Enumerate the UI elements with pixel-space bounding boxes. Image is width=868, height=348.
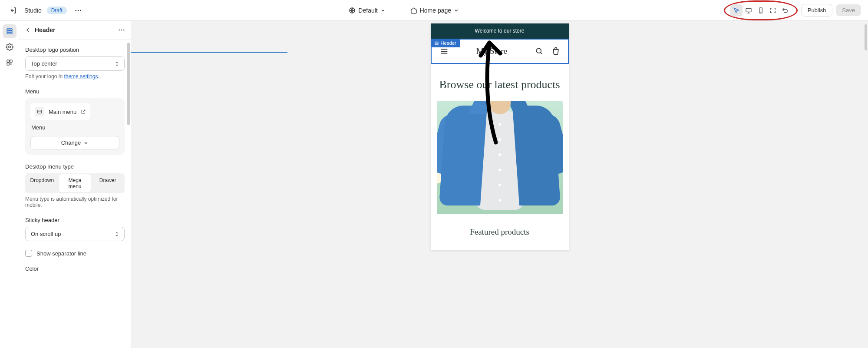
sidebar-header: Header bbox=[19, 21, 131, 40]
section-label: Color bbox=[25, 265, 125, 272]
canvas-area: Welcome to our store Header My Store bbox=[131, 21, 868, 348]
svg-point-1 bbox=[77, 10, 79, 11]
mobile-preview-frame: Welcome to our store Header My Store bbox=[431, 23, 569, 250]
annotation-circle bbox=[724, 0, 798, 20]
select-value: On scroll up bbox=[31, 231, 61, 237]
sidebar-title: Header bbox=[35, 27, 55, 33]
fullscreen-view-button[interactable] bbox=[767, 4, 779, 17]
svg-rect-18 bbox=[435, 43, 438, 44]
theme-name: Studio bbox=[24, 7, 42, 14]
svg-rect-11 bbox=[10, 60, 12, 62]
field-label: Menu bbox=[25, 88, 125, 95]
mobile-view-button[interactable] bbox=[755, 4, 767, 17]
menu-type-field: Desktop menu type Dropdown Mega menu Dra… bbox=[25, 163, 125, 208]
help-text: Edit your logo in theme settings. bbox=[25, 73, 125, 80]
settings-sidebar: Header Desktop logo position Top center … bbox=[19, 21, 131, 348]
caret-icon bbox=[115, 61, 119, 67]
field-label: Sticky header bbox=[25, 217, 125, 223]
top-bar: Studio Draft Default Home page bbox=[0, 0, 868, 21]
apps-rail-button[interactable] bbox=[3, 56, 17, 70]
svg-rect-7 bbox=[7, 31, 12, 32]
selection-tag[interactable]: Header bbox=[431, 39, 460, 47]
save-button: Save bbox=[836, 4, 861, 16]
menu-sublabel: Menu bbox=[30, 120, 119, 131]
external-link-icon bbox=[81, 109, 86, 114]
separator-checkbox[interactable] bbox=[25, 250, 32, 257]
publish-button[interactable]: Publish bbox=[801, 4, 833, 17]
svg-rect-4 bbox=[746, 8, 751, 12]
locale-label: Default bbox=[358, 7, 377, 14]
seg-dropdown[interactable]: Dropdown bbox=[26, 174, 58, 192]
divider bbox=[398, 6, 398, 15]
separator-field: Show separator line bbox=[25, 250, 125, 257]
svg-rect-16 bbox=[37, 110, 41, 113]
checkbox-label: Show separator line bbox=[36, 250, 86, 257]
svg-point-2 bbox=[80, 10, 81, 11]
locale-selector[interactable]: Default bbox=[349, 7, 385, 14]
color-section: Color bbox=[25, 265, 125, 272]
logo-position-select[interactable]: Top center bbox=[25, 56, 125, 71]
svg-rect-6 bbox=[7, 29, 12, 30]
canvas-scrollbar[interactable] bbox=[865, 24, 867, 50]
sticky-header-field: Sticky header On scroll up bbox=[25, 217, 125, 241]
center-guide-line bbox=[500, 21, 500, 348]
svg-rect-10 bbox=[7, 60, 9, 62]
svg-rect-8 bbox=[7, 33, 12, 34]
svg-point-15 bbox=[123, 30, 125, 31]
settings-rail-button[interactable] bbox=[3, 40, 17, 54]
inspector-view-button[interactable] bbox=[730, 4, 743, 17]
menu-name: Main menu bbox=[49, 109, 76, 115]
draft-badge: Draft bbox=[47, 7, 67, 14]
undo-button[interactable] bbox=[779, 4, 791, 17]
section-options-button[interactable] bbox=[118, 26, 125, 34]
field-label: Desktop menu type bbox=[25, 163, 125, 170]
svg-point-9 bbox=[9, 46, 11, 48]
svg-point-19 bbox=[536, 48, 541, 53]
cart-icon[interactable] bbox=[551, 47, 560, 56]
selection-guide-line bbox=[131, 52, 287, 53]
desktop-view-button[interactable] bbox=[743, 4, 755, 17]
menu-icon bbox=[35, 107, 44, 116]
sections-rail-button[interactable] bbox=[3, 24, 17, 38]
hamburger-icon[interactable] bbox=[439, 46, 449, 56]
caret-icon bbox=[115, 231, 119, 237]
change-menu-button[interactable]: Change bbox=[30, 136, 119, 149]
exit-editor-button[interactable] bbox=[7, 4, 19, 17]
svg-point-14 bbox=[121, 30, 122, 31]
search-icon[interactable] bbox=[535, 47, 544, 56]
theme-settings-link[interactable]: theme settings bbox=[64, 73, 98, 80]
back-button[interactable] bbox=[24, 27, 31, 33]
svg-rect-17 bbox=[435, 42, 438, 43]
view-toggle-group bbox=[729, 3, 792, 17]
page-selector[interactable]: Home page bbox=[410, 7, 459, 14]
more-menu-button[interactable] bbox=[72, 4, 84, 17]
main-layout: Header Desktop logo position Top center … bbox=[0, 21, 868, 348]
field-label: Desktop logo position bbox=[25, 46, 125, 53]
seg-mega-menu[interactable]: Mega menu bbox=[59, 174, 91, 192]
logo-position-field: Desktop logo position Top center Edit yo… bbox=[25, 46, 125, 80]
svg-point-0 bbox=[75, 10, 76, 11]
help-text: Menu type is automatically optimized for… bbox=[25, 196, 125, 208]
svg-rect-12 bbox=[7, 63, 9, 65]
store-name: My Store bbox=[476, 46, 507, 56]
scrollbar[interactable] bbox=[127, 43, 130, 125]
menu-type-segmented: Dropdown Mega menu Drawer bbox=[25, 173, 125, 193]
svg-point-13 bbox=[119, 30, 120, 31]
seg-drawer[interactable]: Drawer bbox=[92, 174, 124, 192]
menu-card: Main menu Menu Change bbox=[25, 98, 125, 155]
sticky-header-select[interactable]: On scroll up bbox=[25, 227, 125, 241]
left-rail bbox=[0, 21, 19, 348]
sidebar-body: Desktop logo position Top center Edit yo… bbox=[19, 40, 131, 345]
page-label: Home page bbox=[420, 7, 451, 14]
menu-field: Menu Main menu Menu Change bbox=[25, 88, 125, 155]
menu-item-row[interactable]: Main menu bbox=[30, 103, 90, 120]
select-value: Top center bbox=[31, 60, 57, 67]
